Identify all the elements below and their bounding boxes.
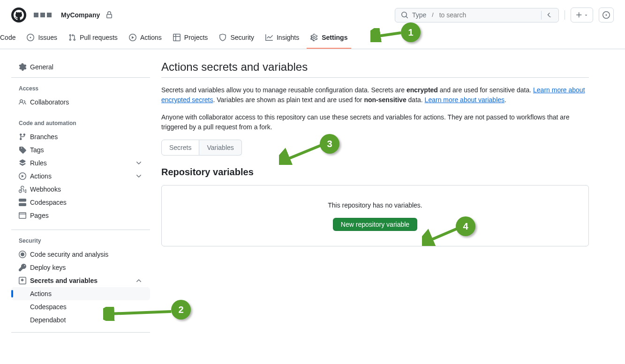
search-icon — [401, 11, 408, 19]
page-title: Actions secrets and variables — [161, 60, 589, 78]
description-para-1: Secrets and variables allow you to manag… — [161, 85, 589, 105]
annotation-marker-2: 2 — [171, 300, 191, 319]
tab-variables[interactable]: Variables — [199, 140, 241, 156]
chevron-up-icon — [135, 277, 143, 284]
annotation-marker-3: 3 — [320, 134, 339, 154]
plus-icon — [575, 11, 583, 19]
tab-secrets[interactable]: Secrets — [161, 140, 199, 156]
nav-pull-requests[interactable]: Pull requests — [65, 30, 121, 49]
divider — [565, 10, 565, 20]
sidebar-actions[interactable]: Actions — [11, 170, 150, 183]
issue-opened-icon — [27, 34, 34, 41]
nav-security[interactable]: Security — [215, 30, 258, 49]
sidebar-rules[interactable]: Rules — [11, 156, 150, 170]
table-icon — [173, 34, 181, 41]
sidebar-codespaces[interactable]: Codespaces — [11, 196, 150, 209]
shield-icon — [219, 34, 226, 41]
sidebar-tags[interactable]: Tags — [11, 143, 150, 156]
sidebar-webhooks[interactable]: Webhooks — [11, 183, 150, 196]
sidebar-deploy-keys[interactable]: Deploy keys — [11, 261, 150, 274]
svg-line-3 — [109, 312, 171, 314]
access-heading: Access — [11, 82, 150, 96]
nav-actions[interactable]: Actions — [125, 30, 166, 49]
annotation-arrow-3 — [279, 141, 324, 165]
codescan-icon — [19, 251, 26, 258]
security-heading: Security — [11, 234, 150, 248]
nav-settings[interactable]: Settings — [307, 30, 351, 49]
search-slash: / — [430, 12, 435, 18]
github-logo[interactable] — [11, 7, 26, 22]
gear-icon — [310, 34, 318, 41]
svg-line-5 — [285, 145, 321, 160]
key-icon — [19, 264, 26, 271]
sidebar-collaborators[interactable]: Collaborators — [11, 96, 150, 109]
code-automation-heading: Code and automation — [11, 116, 150, 130]
description-para-2: Anyone with collaborator access to this … — [161, 112, 589, 132]
new-variable-button[interactable]: New repository variable — [333, 218, 417, 231]
sidebar-secrets-variables[interactable]: Secrets and variables — [11, 274, 150, 287]
play-icon — [19, 172, 26, 180]
search-field[interactable] — [439, 11, 537, 19]
graph-icon — [265, 34, 273, 41]
command-palette-icon[interactable] — [541, 11, 553, 20]
issue-icon — [602, 11, 610, 19]
chevron-down-icon — [135, 172, 143, 180]
search-input[interactable]: Type / — [395, 8, 559, 22]
nav-projects[interactable]: Projects — [169, 30, 212, 49]
empty-text: This repository has no variables. — [177, 201, 573, 210]
repo-name[interactable]: MyCompany — [61, 11, 100, 19]
gear-icon — [19, 63, 26, 71]
dropdown-caret-icon — [584, 13, 588, 17]
browser-icon — [19, 212, 26, 219]
git-branch-icon — [19, 133, 26, 141]
git-pull-request-icon — [68, 34, 76, 41]
sidebar-code-security[interactable]: Code security and analysis — [11, 248, 150, 261]
sidebar-general[interactable]: General — [11, 60, 150, 74]
lock-icon — [105, 11, 113, 19]
sidebar-branches[interactable]: Branches — [11, 130, 150, 143]
stack-icon — [19, 159, 26, 167]
nav-insights[interactable]: Insights — [262, 30, 303, 49]
svg-line-1 — [375, 33, 401, 37]
annotation-marker-1: 1 — [401, 22, 421, 42]
breadcrumb-placeholder — [34, 13, 52, 17]
nav-issues[interactable]: Issues — [23, 30, 60, 49]
svg-line-7 — [428, 229, 457, 241]
annotation-arrow-2 — [103, 307, 173, 321]
key-asterisk-icon — [19, 277, 26, 284]
link-variables[interactable]: Learn more about variables — [425, 96, 505, 104]
add-button[interactable] — [571, 7, 593, 22]
chevron-down-icon — [135, 159, 143, 167]
annotation-marker-4: 4 — [456, 216, 475, 236]
play-icon — [129, 34, 136, 41]
issues-button[interactable] — [599, 7, 614, 22]
webhook-icon — [19, 186, 26, 193]
people-icon — [19, 98, 26, 106]
codespaces-icon — [19, 199, 26, 206]
sidebar-sub-actions[interactable]: Actions — [11, 287, 150, 300]
nav-code[interactable]: Code — [0, 30, 19, 49]
empty-state: This repository has no variables. New re… — [161, 185, 589, 246]
tag-icon — [19, 146, 26, 154]
sidebar-pages[interactable]: Pages — [11, 209, 150, 222]
annotation-arrow-4 — [422, 225, 459, 246]
annotation-arrow-1 — [370, 28, 403, 42]
search-prefix: Type — [412, 11, 426, 19]
section-heading: Repository variables — [161, 167, 589, 178]
